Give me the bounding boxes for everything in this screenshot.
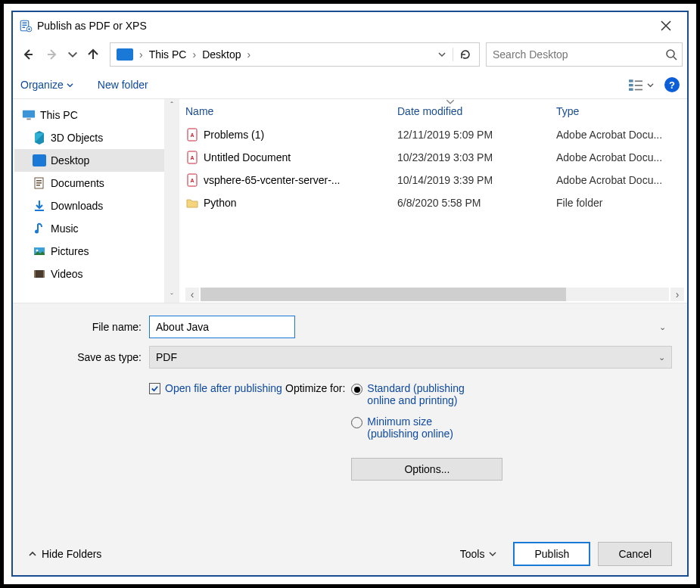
close-button[interactable] [651, 14, 681, 37]
organize-menu[interactable]: Organize [20, 79, 73, 91]
scroll-right-icon[interactable]: › [670, 288, 684, 301]
radio-icon [351, 417, 362, 428]
filename-input[interactable] [149, 316, 295, 338]
tree-item-documents[interactable]: Documents [14, 172, 164, 194]
help-button[interactable]: ? [664, 77, 680, 92]
column-headers: Name Date modified Type [185, 104, 687, 123]
options-button[interactable]: Options... [351, 458, 502, 481]
window-title: Publish as PDF or XPS [37, 20, 147, 32]
folder-icon [33, 154, 46, 167]
folder-icon [33, 176, 46, 190]
new-folder-button[interactable]: New folder [98, 79, 148, 91]
nav-back-button[interactable] [17, 44, 39, 65]
file-row[interactable]: Python6/8/2020 5:58 PMFile folder [185, 191, 687, 214]
address-bar[interactable]: › This PC › Desktop › [110, 42, 480, 67]
svg-rect-17 [36, 182, 42, 184]
hide-folders-button[interactable]: Hide Folders [28, 548, 101, 560]
pdf-icon: A [185, 173, 199, 187]
chevron-down-icon [489, 550, 496, 558]
tree-this-pc[interactable]: This PC [14, 104, 164, 126]
refresh-icon[interactable] [459, 48, 471, 61]
tree-scrollbar[interactable]: ˆ ˇ [164, 99, 179, 303]
column-type[interactable]: Type [556, 105, 687, 117]
radio-minimum-size[interactable]: Minimum size(publishing online) [351, 415, 502, 440]
optimize-label: Optimize for: [285, 382, 351, 481]
svg-point-5 [667, 50, 674, 58]
tree-item-videos[interactable]: Videos [14, 263, 164, 285]
radio-icon [351, 384, 362, 395]
publish-button[interactable]: Publish [513, 542, 590, 566]
file-list: Name Date modified Type AProblems (1)12/… [179, 99, 687, 303]
folder-icon [185, 196, 199, 210]
sort-indicator-icon [446, 99, 455, 104]
savetype-label: Save as type: [28, 351, 149, 363]
file-list-hscrollbar[interactable]: ‹ › [185, 286, 687, 303]
svg-rect-10 [635, 85, 642, 86]
main-pane: This PC3D ObjectsDesktopDocumentsDownloa… [13, 99, 687, 303]
this-pc-icon [117, 48, 133, 61]
svg-text:A: A [190, 132, 194, 138]
chevron-down-icon[interactable]: ⌄ [659, 322, 666, 332]
svg-point-20 [35, 230, 39, 234]
svg-rect-18 [36, 185, 40, 186]
breadcrumb-this-pc[interactable]: This PC [146, 43, 190, 66]
scroll-left-icon[interactable]: ‹ [185, 288, 199, 301]
folder-icon [33, 131, 46, 145]
svg-rect-24 [34, 270, 36, 278]
view-list-icon [629, 78, 642, 92]
chevron-right-icon: › [138, 48, 145, 61]
cancel-button[interactable]: Cancel [598, 542, 672, 566]
search-input[interactable] [491, 48, 665, 61]
pdf-icon: A [185, 151, 199, 164]
nav-row: › This PC › Desktop › [13, 39, 687, 71]
breadcrumb-desktop[interactable]: Desktop [199, 43, 244, 66]
arrow-up-icon [87, 48, 99, 61]
radio-standard[interactable]: Standard (publishingonline and printing) [351, 382, 502, 406]
open-after-checkbox[interactable]: Open file after publishing [149, 382, 285, 394]
tree-item-3d-objects[interactable]: 3D Objects [14, 126, 164, 149]
file-row[interactable]: AUntitled Document10/23/2019 3:03 PMAdob… [185, 146, 687, 169]
tree-item-pictures[interactable]: Pictures [14, 240, 164, 263]
folder-tree: This PC3D ObjectsDesktopDocumentsDownloa… [13, 99, 164, 303]
tree-item-music[interactable]: Music [14, 217, 164, 240]
app-icon [19, 19, 33, 33]
nav-up-button[interactable] [82, 44, 104, 65]
svg-rect-13 [26, 119, 30, 120]
svg-rect-19 [35, 210, 44, 211]
svg-rect-25 [43, 270, 45, 278]
column-date-modified[interactable]: Date modified [397, 105, 556, 117]
arrow-right-icon [46, 48, 58, 61]
nav-history-dropdown[interactable] [66, 44, 79, 65]
chevron-down-icon[interactable] [437, 50, 446, 59]
nav-forward-button[interactable] [42, 44, 63, 65]
svg-rect-8 [629, 89, 633, 91]
view-mode-button[interactable] [629, 78, 654, 92]
svg-rect-7 [629, 84, 633, 86]
scroll-down-icon[interactable]: ˇ [170, 292, 173, 301]
this-pc-icon [22, 109, 36, 121]
svg-rect-2 [23, 25, 27, 26]
close-icon [661, 20, 671, 31]
savetype-select[interactable]: PDF ⌄ [149, 346, 672, 369]
svg-text:A: A [190, 178, 194, 183]
folder-icon [33, 244, 46, 258]
search-icon [665, 48, 677, 61]
folder-icon [33, 199, 46, 213]
tools-menu[interactable]: Tools [460, 548, 497, 560]
svg-rect-9 [635, 80, 642, 82]
tree-item-desktop[interactable]: Desktop [14, 149, 164, 172]
svg-text:A: A [190, 155, 194, 160]
file-row[interactable]: Avsphere-65-vcenter-server-...10/14/2019… [185, 169, 687, 191]
tree-item-downloads[interactable]: Downloads [14, 194, 164, 217]
column-name[interactable]: Name [185, 105, 397, 117]
search-box[interactable] [486, 42, 683, 67]
scroll-up-icon[interactable]: ˆ [170, 101, 173, 110]
svg-rect-6 [629, 79, 633, 82]
file-row[interactable]: AProblems (1)12/11/2019 5:09 PMAdobe Acr… [185, 123, 687, 146]
filename-label: File name: [28, 321, 149, 333]
svg-rect-12 [23, 110, 35, 118]
svg-rect-16 [36, 180, 42, 182]
folder-icon [33, 222, 46, 235]
chevron-right-icon: › [246, 48, 253, 61]
svg-point-22 [36, 250, 39, 252]
